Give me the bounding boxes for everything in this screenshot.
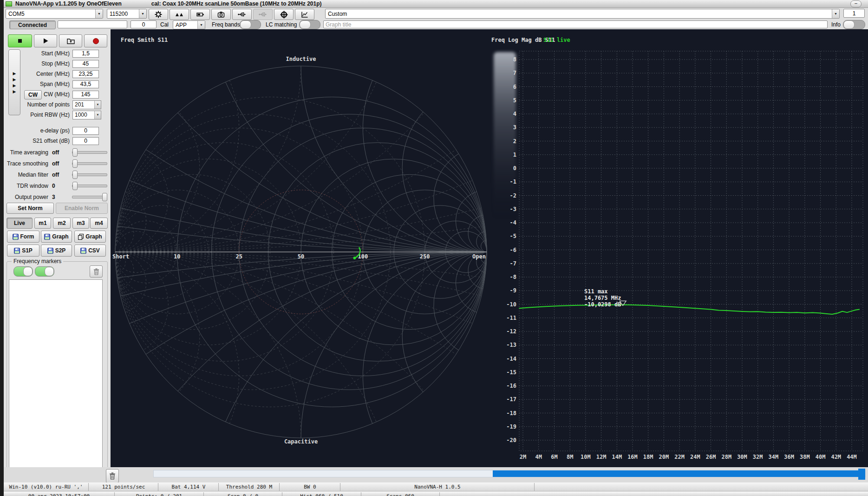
set-norm-button[interactable]: Set Norm xyxy=(7,203,54,214)
slider-handle[interactable] xyxy=(72,182,78,190)
chevron-down-icon[interactable]: ▼ xyxy=(197,21,205,29)
offset-field[interactable] xyxy=(131,20,157,28)
com-port-select[interactable]: COM5 ▼ xyxy=(6,9,103,19)
slider-track[interactable] xyxy=(72,173,107,176)
save-csv-label: CSV xyxy=(88,247,100,254)
memory-m4-button[interactable]: m4 xyxy=(90,218,108,229)
points-value: 201 xyxy=(73,101,94,108)
battery-button[interactable] xyxy=(190,9,210,20)
instance-field[interactable] xyxy=(843,9,865,18)
rbw-value: 1000 xyxy=(73,112,94,118)
span-freq-field[interactable] xyxy=(72,80,99,88)
y-tick-label: -8 xyxy=(510,274,516,280)
cw-button[interactable]: CW xyxy=(24,90,42,99)
slider-track[interactable] xyxy=(72,162,107,165)
screenshot-button[interactable] xyxy=(211,9,231,20)
clear-markers-button[interactable] xyxy=(90,265,103,278)
slider-track[interactable] xyxy=(72,151,107,154)
span-freq-label: Span (MHz) xyxy=(4,81,72,87)
play-icon xyxy=(43,38,48,44)
start-freq-field[interactable] xyxy=(72,50,99,58)
save-graph-button[interactable]: Graph xyxy=(41,231,72,243)
chevron-down-icon[interactable]: ▼ xyxy=(94,111,101,119)
baud-select[interactable]: 115200 ▼ xyxy=(107,9,147,19)
status-cell xyxy=(439,492,868,496)
trash-icon xyxy=(93,268,99,275)
sweep-run-button[interactable] xyxy=(34,34,57,47)
graph-settings-button[interactable] xyxy=(295,9,314,20)
info-toggle[interactable] xyxy=(843,20,865,29)
y-tick-label: -7 xyxy=(510,260,516,267)
freq-bands-toggle[interactable] xyxy=(240,20,261,29)
toggle-thumb xyxy=(45,267,54,276)
chevron-down-icon[interactable]: ▼ xyxy=(94,101,101,109)
toggle-thumb xyxy=(23,267,33,276)
clear-sweep-button[interactable] xyxy=(106,469,119,483)
chevron-down-icon[interactable]: ▼ xyxy=(95,9,103,18)
floppy-icon xyxy=(13,234,19,240)
toolbar-row-1: COM5 ▼ 115200 ▼ xyxy=(4,8,868,20)
chevron-down-icon[interactable]: ▼ xyxy=(139,9,146,18)
profile-select[interactable]: Custom ▼ xyxy=(325,9,840,19)
cw-freq-row: CW CW (MHz) xyxy=(4,89,109,99)
calibration-info: cal: Coax 10-20MHz scanLine 50omBase (10… xyxy=(151,0,322,7)
usb-icon xyxy=(238,11,246,18)
connected-button[interactable]: Connected xyxy=(9,20,56,29)
firmware-upload-button[interactable] xyxy=(170,9,189,20)
slider-track[interactable] xyxy=(72,196,107,198)
graph-title-input[interactable] xyxy=(323,20,828,28)
save-s2p-button[interactable]: S2P xyxy=(41,245,72,257)
usb-connect-button[interactable] xyxy=(232,9,252,20)
slider-handle[interactable] xyxy=(72,159,78,168)
chevron-down-icon[interactable]: ▼ xyxy=(832,9,839,18)
smith-axis-tick: 25 xyxy=(235,253,242,260)
slider-handle[interactable] xyxy=(102,193,107,201)
s21-offset-field[interactable] xyxy=(72,137,99,145)
x-tick-label: 8M xyxy=(567,454,573,460)
target-icon xyxy=(280,11,288,19)
memory-m3-button[interactable]: m3 xyxy=(72,218,89,229)
lc-matching-toggle[interactable] xyxy=(299,20,320,29)
save-csv-button[interactable]: CSV xyxy=(74,245,106,257)
cw-freq-field[interactable] xyxy=(72,91,99,99)
chart-area: Freq Smith S11InductiveCapacitiveShort10… xyxy=(111,29,868,467)
device-field[interactable] xyxy=(58,20,127,28)
memory-m2-button[interactable]: m2 xyxy=(53,218,71,229)
slider-handle[interactable] xyxy=(72,171,78,179)
copy-graph-button[interactable]: Graph xyxy=(74,231,106,243)
record-button[interactable] xyxy=(84,34,107,47)
center-freq-field[interactable] xyxy=(72,70,99,78)
open-file-button[interactable] xyxy=(59,34,82,47)
save-s1p-button[interactable]: S1P xyxy=(7,245,39,257)
toggle-thumb xyxy=(300,20,311,29)
slider-row-0: Time averagingoff xyxy=(4,147,109,158)
slider-row-4: Output power3 xyxy=(4,192,109,203)
sweep-stop-button[interactable] xyxy=(8,34,32,47)
rbw-select[interactable]: 1000 ▼ xyxy=(72,111,101,119)
memory-m1-button[interactable]: m1 xyxy=(34,218,51,229)
com-port-value: COM5 xyxy=(6,11,95,17)
slider-handle[interactable] xyxy=(72,148,78,157)
slider-label: TDR window xyxy=(4,183,48,189)
sweep-progress-thumb[interactable] xyxy=(858,469,865,480)
markers-list[interactable] xyxy=(9,279,103,476)
cal-select[interactable]: APP ▼ xyxy=(173,20,205,29)
app-icon xyxy=(6,1,12,7)
save-s2p-label: S2P xyxy=(55,247,66,254)
minimize-button[interactable]: – xyxy=(850,0,861,7)
stop-freq-field[interactable] xyxy=(72,60,99,68)
profile-value: Custom xyxy=(326,11,832,17)
edelay-field[interactable] xyxy=(72,127,99,135)
points-select[interactable]: 201 ▼ xyxy=(72,100,101,109)
memory-live-button[interactable]: Live xyxy=(7,218,33,229)
y-tick-label: -4 xyxy=(510,219,516,226)
enable-norm-button: Enable Norm xyxy=(56,203,108,214)
settings-button[interactable] xyxy=(149,9,168,20)
sweep-progress-track[interactable] xyxy=(153,470,866,477)
marker-1-toggle[interactable] xyxy=(13,266,33,277)
slider-track[interactable] xyxy=(72,185,107,187)
marker-2-toggle[interactable] xyxy=(35,266,54,277)
calibration-button[interactable] xyxy=(274,9,294,20)
save-form-button[interactable]: Form xyxy=(7,231,39,243)
slider-row-1: Trace smoothingoff xyxy=(4,158,109,169)
